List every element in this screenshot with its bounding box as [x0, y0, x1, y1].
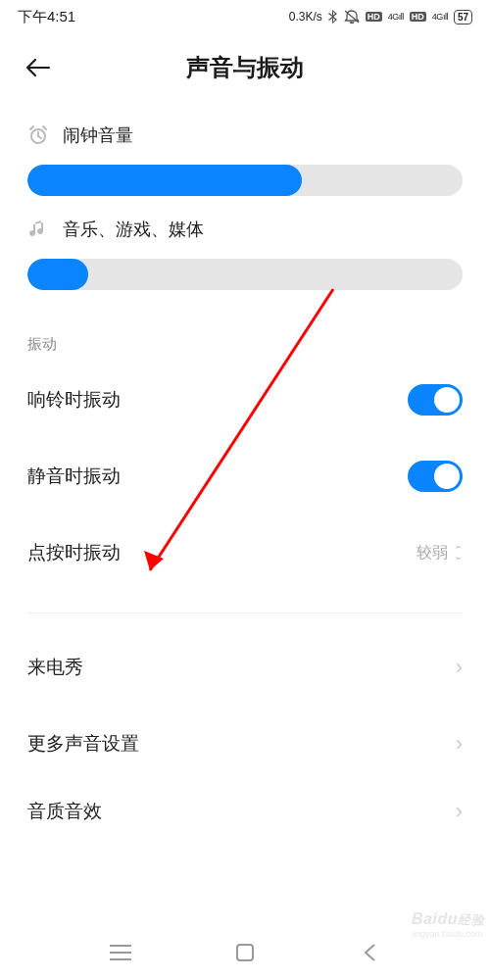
more-sound-label: 更多声音设置 — [27, 731, 139, 757]
hd-badge-2: HD — [410, 12, 426, 22]
haptic-value-cell: 较弱 ⌃⌄ — [416, 543, 463, 564]
haptic-row[interactable]: 点按时振动 较弱 ⌃⌄ — [27, 514, 463, 591]
more-sound-row[interactable]: 更多声音设置 › — [27, 706, 463, 782]
back-button[interactable] — [24, 53, 53, 82]
recents-button[interactable] — [104, 936, 137, 969]
status-time: 下午4:51 — [18, 8, 75, 26]
alarm-icon — [27, 124, 49, 146]
vibration-group-label: 振动 — [27, 335, 463, 354]
system-nav-bar — [0, 925, 490, 980]
page-header: 声音与振动 — [0, 33, 490, 102]
svg-rect-3 — [237, 945, 253, 960]
chevron-left-icon — [363, 943, 376, 962]
alarm-volume-slider[interactable] — [27, 165, 463, 196]
call-show-row[interactable]: 来电秀 › — [27, 629, 463, 706]
media-volume-section: 音乐、游戏、媒体 — [27, 196, 463, 290]
silent-vibrate-label: 静音时振动 — [27, 464, 121, 489]
menu-icon — [110, 945, 131, 960]
signal-1: 4Gıll — [388, 12, 404, 22]
chevron-right-icon: › — [456, 731, 463, 757]
alarm-volume-section: 闹钟音量 — [27, 102, 463, 196]
ring-vibrate-row[interactable]: 响铃时振动 — [27, 362, 463, 438]
media-volume-slider[interactable] — [27, 259, 463, 290]
square-icon — [236, 944, 254, 961]
status-bar: 下午4:51 0.3K/s HD 4Gıll HD 4Gıll 57 — [0, 0, 490, 33]
alarm-volume-fill — [27, 165, 302, 196]
ring-vibrate-label: 响铃时振动 — [27, 387, 121, 413]
bluetooth-icon — [328, 10, 338, 24]
media-volume-label: 音乐、游戏、媒体 — [63, 218, 204, 241]
signal-2: 4Gıll — [432, 12, 448, 22]
battery-indicator: 57 — [454, 10, 472, 24]
sound-quality-label: 音质音效 — [27, 799, 102, 824]
silent-vibrate-toggle[interactable] — [408, 461, 463, 492]
chevron-updown-icon: ⌃⌄ — [454, 547, 463, 559]
ring-vibrate-toggle[interactable] — [408, 384, 463, 416]
alarm-volume-label: 闹钟音量 — [63, 123, 133, 147]
back-arrow-icon — [25, 58, 51, 77]
home-button[interactable] — [228, 936, 262, 969]
page-title: 声音与振动 — [0, 52, 490, 83]
call-show-label: 来电秀 — [27, 655, 83, 680]
nav-back-button[interactable] — [353, 936, 386, 969]
chevron-right-icon: › — [456, 799, 463, 824]
media-volume-fill — [27, 259, 88, 290]
status-right: 0.3K/s HD 4Gıll HD 4Gıll 57 — [289, 10, 472, 24]
mute-icon — [344, 10, 360, 24]
haptic-value: 较弱 — [416, 543, 448, 564]
haptic-label: 点按时振动 — [27, 540, 121, 565]
divider — [27, 612, 463, 613]
music-icon — [27, 219, 49, 240]
chevron-right-icon: › — [456, 655, 463, 680]
sound-quality-row[interactable]: 音质音效 › — [27, 782, 463, 841]
silent-vibrate-row[interactable]: 静音时振动 — [27, 438, 463, 514]
status-speed: 0.3K/s — [289, 10, 322, 24]
hd-badge-1: HD — [366, 12, 382, 22]
